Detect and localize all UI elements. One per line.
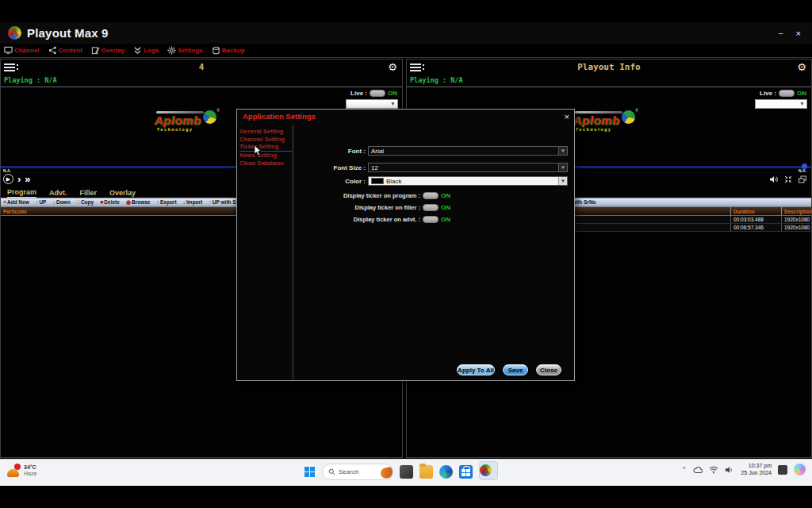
- tray-chevron-up-icon[interactable]: ⌃: [681, 466, 688, 474]
- panel-title: Playout Info: [407, 62, 811, 72]
- aplomb-logo: Aplomb ® Technology: [155, 111, 215, 132]
- apply-to-all-button[interactable]: Apply To All: [457, 364, 495, 375]
- save-button[interactable]: Save: [503, 364, 528, 375]
- ticker-filler-label: Display ticker on filler :: [293, 204, 420, 211]
- minimize-button[interactable]: −: [778, 29, 783, 38]
- sidebar-item-clean-database[interactable]: Clean Database: [239, 160, 292, 167]
- play-button[interactable]: ▶: [3, 174, 13, 184]
- tray-app-icon[interactable]: [778, 465, 787, 475]
- chevron-down-icon[interactable]: ▼: [558, 164, 567, 171]
- channel-select[interactable]: ▼: [755, 99, 807, 109]
- browse-button[interactable]: ◉Browse: [126, 199, 151, 205]
- ticker-settings-form: Font : Arial ▼ Font Size : 12 ▼ Color : …: [293, 125, 573, 379]
- copy-icon: □: [77, 199, 80, 205]
- weather-temp: 34°C: [24, 464, 36, 471]
- ticker-filler-toggle[interactable]: [423, 204, 439, 211]
- clock-time: 10:37 pm: [741, 463, 772, 470]
- tab-filler[interactable]: Filler: [80, 189, 98, 198]
- compress-icon[interactable]: [783, 175, 793, 184]
- live-state: ON: [797, 90, 806, 97]
- ticker-program-toggle[interactable]: [423, 192, 439, 199]
- row-duration: 00:06:57.346: [730, 224, 781, 231]
- down-button[interactable]: ↓Down: [52, 199, 70, 205]
- menu-backup[interactable]: Backup: [212, 46, 245, 55]
- backup-icon: [212, 46, 220, 55]
- microsoft-store-icon[interactable]: [459, 465, 473, 479]
- menu-channel[interactable]: Channel: [4, 46, 40, 55]
- tab-advt[interactable]: Advt.: [49, 189, 67, 198]
- ticker-program-state: ON: [441, 192, 450, 199]
- menu-overlay[interactable]: Overlay: [91, 46, 124, 55]
- ticker-advt-toggle[interactable]: [423, 216, 439, 223]
- wifi-icon[interactable]: [709, 465, 718, 475]
- weather-widget[interactable]: 34°C Haze: [7, 464, 36, 477]
- menu-settings[interactable]: Settings: [167, 46, 203, 55]
- browse-icon: ◉: [126, 199, 131, 205]
- windows-taskbar: 34°C Haze Search A ⌃ 10:37: [0, 459, 812, 486]
- live-toggle[interactable]: [779, 90, 795, 97]
- menu-content[interactable]: Content: [48, 46, 82, 55]
- ticker-advt-label: Display ticker on advt. :: [293, 216, 420, 223]
- up-button[interactable]: ↑UP: [36, 199, 47, 205]
- speaker-icon[interactable]: [725, 465, 734, 475]
- dialog-close-icon[interactable]: ×: [565, 113, 569, 121]
- export-icon: ↑: [156, 199, 159, 205]
- close-button[interactable]: ×: [796, 29, 801, 38]
- font-size-label: Font Size :: [293, 164, 368, 171]
- playout-logo-icon: A: [480, 464, 492, 476]
- playout-max-taskbar-icon[interactable]: A: [479, 461, 498, 480]
- down-icon: ↓: [52, 199, 56, 205]
- dialog-title: Application Settings: [243, 112, 316, 121]
- export-button[interactable]: ↑Export: [156, 199, 176, 205]
- notification-badge: [14, 464, 21, 470]
- logo-swirl-icon: [203, 110, 216, 124]
- copy-button[interactable]: □Copy: [77, 199, 94, 205]
- settings-sidebar: General Setting Channel Setting Ticker S…: [239, 128, 292, 167]
- fast-forward-icon[interactable]: »: [25, 173, 30, 185]
- live-label: Live :: [760, 90, 776, 97]
- volume-icon[interactable]: [769, 175, 779, 184]
- add-new-button[interactable]: +Add New: [3, 199, 29, 205]
- weather-condition: Haze: [24, 471, 36, 477]
- color-swatch: [371, 178, 384, 184]
- file-explorer-icon[interactable]: [419, 465, 433, 479]
- font-label: Font :: [293, 148, 368, 155]
- title-bar: A Playout Max 9 − ×: [0, 22, 812, 44]
- live-toggle[interactable]: [370, 90, 385, 97]
- color-dropdown[interactable]: Black ▼: [368, 176, 568, 186]
- channel-icon: [4, 46, 13, 55]
- start-button[interactable]: [304, 467, 316, 478]
- sidebar-item-ticker-setting[interactable]: Ticker Setting: [239, 143, 292, 152]
- search-input[interactable]: Search: [322, 464, 393, 480]
- sidebar-item-general-setting[interactable]: General Setting: [239, 128, 292, 136]
- up-icon: ↑: [36, 199, 39, 205]
- onedrive-cloud-icon[interactable]: [693, 465, 703, 475]
- close-dialog-button[interactable]: Close: [536, 364, 561, 375]
- font-dropdown[interactable]: Arial ▼: [368, 146, 568, 156]
- edge-browser-icon[interactable]: [439, 465, 453, 479]
- copilot-icon[interactable]: [794, 464, 806, 475]
- search-icon: [328, 468, 335, 475]
- sidebar-item-channel-setting[interactable]: Channel Setting: [239, 136, 292, 144]
- logs-icon: [133, 46, 142, 55]
- chevron-down-icon[interactable]: ▼: [558, 147, 567, 155]
- skip-icon[interactable]: ›: [17, 173, 21, 185]
- channel-select[interactable]: ▼: [346, 99, 398, 109]
- playing-status: Playing : N/A: [407, 75, 811, 87]
- playout-logo-icon: A: [8, 26, 21, 40]
- overlay-icon: [91, 46, 100, 55]
- sidebar-item-news-setting[interactable]: News Setting: [239, 152, 292, 160]
- weather-icon: [7, 464, 21, 477]
- cascade-windows-icon[interactable]: [798, 175, 807, 184]
- chevron-down-icon[interactable]: ▼: [558, 177, 567, 185]
- tab-overlay[interactable]: Overlay: [109, 189, 136, 198]
- application-settings-dialog: Application Settings × General Setting C…: [236, 109, 575, 381]
- clock[interactable]: 10:37 pm 25 Jun 2024: [741, 463, 772, 476]
- tab-program[interactable]: Program: [7, 188, 36, 198]
- menu-logs[interactable]: Logs: [133, 46, 159, 55]
- delete-button[interactable]: ■Delete: [100, 199, 120, 205]
- import-button[interactable]: ↓Import: [183, 199, 203, 205]
- font-size-dropdown[interactable]: 12 ▼: [368, 163, 568, 172]
- screen: A Playout Max 9 − × Channel Content Over…: [0, 0, 812, 508]
- taskbar-app-icon[interactable]: [400, 465, 413, 479]
